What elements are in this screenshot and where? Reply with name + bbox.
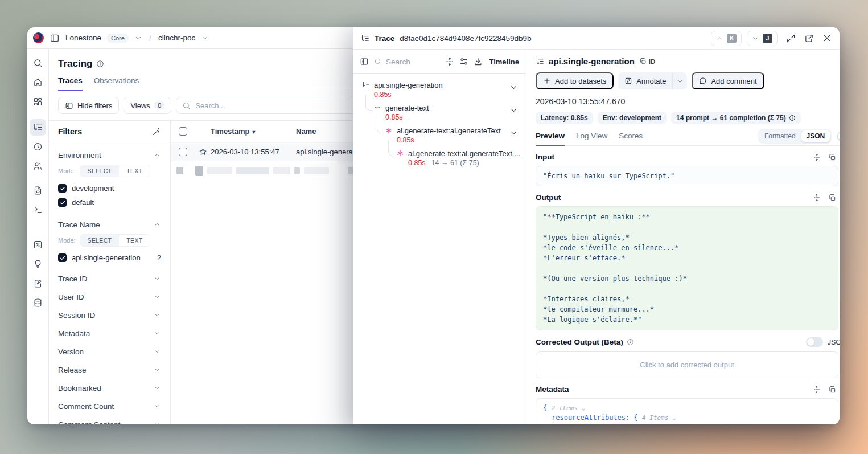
timeline-toggle[interactable]: Timeline: [489, 58, 519, 66]
evaluation-icon[interactable]: [30, 236, 46, 253]
search-icon[interactable]: [30, 55, 46, 71]
page-title: Tracing: [58, 58, 92, 69]
span-move-horizontal-icon: [373, 104, 381, 112]
formatted-option[interactable]: Formatted: [759, 130, 801, 142]
filter-section-session-id[interactable]: Session ID: [58, 306, 161, 324]
sidebar-toggle-icon[interactable]: [50, 33, 60, 43]
tab-scores[interactable]: Scores: [619, 132, 643, 146]
close-icon[interactable]: [822, 34, 832, 43]
checkbox-checked-icon[interactable]: [58, 198, 67, 207]
expand-section-icon[interactable]: [813, 153, 821, 161]
filter-section-trace-name[interactable]: Trace Name: [58, 215, 161, 234]
select-all-checkbox[interactable]: [179, 127, 187, 136]
mode-select-option[interactable]: SELECT: [80, 165, 120, 177]
mode-label: Mode:: [58, 237, 76, 244]
json-option[interactable]: JSON: [801, 130, 831, 142]
node-duration: 0.85s: [408, 158, 426, 168]
download-icon[interactable]: [474, 57, 483, 66]
filter-section-metadata[interactable]: Metadata: [58, 324, 161, 342]
mode-text-option[interactable]: TEXT: [119, 165, 150, 177]
filter-section-release[interactable]: Release: [58, 361, 161, 379]
expand-section-icon[interactable]: [813, 194, 821, 202]
checkbox-checked-icon[interactable]: [58, 184, 67, 193]
chevron-down-icon[interactable]: [509, 106, 518, 114]
corrected-output-placeholder[interactable]: Click to add corrected output: [536, 351, 838, 378]
copy-icon[interactable]: [828, 194, 836, 202]
mode-text-option[interactable]: TEXT: [119, 235, 150, 246]
filter-section-environment[interactable]: Environment: [58, 146, 161, 164]
prompts-icon[interactable]: [30, 182, 46, 199]
unfold-all-icon[interactable]: [445, 57, 454, 66]
tab-observations[interactable]: Observations: [94, 76, 139, 91]
environment-option-default[interactable]: default: [58, 195, 161, 210]
annotation-icon[interactable]: [30, 275, 46, 292]
section-label: Version: [58, 347, 84, 356]
home-icon[interactable]: [30, 74, 46, 91]
annotate-button[interactable]: Annotate: [618, 72, 672, 89]
tree-node-generation-child[interactable]: ai.generate-text:ai.generateText.... 0.8…: [357, 148, 521, 168]
tracing-icon[interactable]: [30, 119, 46, 136]
tree-search[interactable]: [374, 58, 440, 66]
chevron-down-icon[interactable]: [509, 83, 518, 92]
tree-node-trace[interactable]: api.single-generation 0.85s: [357, 80, 521, 100]
column-timestamp[interactable]: Timestamp▼: [211, 127, 296, 136]
filter-section-comment-count[interactable]: Comment Count: [58, 397, 161, 415]
tree-search-input[interactable]: [386, 58, 440, 66]
users-icon[interactable]: [30, 158, 46, 174]
annotate-dropdown-chevron[interactable]: [672, 72, 687, 89]
tab-traces[interactable]: Traces: [58, 76, 83, 91]
tree-settings-icon[interactable]: [459, 57, 468, 66]
node-duration: 0.85s: [397, 136, 414, 145]
output-section-label: Output: [536, 193, 561, 202]
breadcrumb-org[interactable]: Lonestone: [65, 34, 101, 42]
environment-option-development[interactable]: development: [58, 181, 161, 195]
add-comment-button[interactable]: Add comment: [692, 72, 764, 89]
views-label: Views: [130, 101, 150, 110]
expand-icon[interactable]: [786, 34, 796, 43]
environment-badge: Env: development: [598, 112, 667, 124]
row-checkbox[interactable]: [179, 148, 187, 156]
trace-detail-panel: Trace d8fae0d1c784d9408e7fc9228459db9b K…: [353, 27, 840, 424]
hide-filters-button[interactable]: Hide filters: [58, 97, 119, 114]
expand-section-icon[interactable]: [813, 386, 821, 394]
filter-section-trace-id[interactable]: Trace ID: [58, 269, 161, 288]
sessions-icon[interactable]: [30, 138, 46, 155]
checkbox-checked-icon[interactable]: [58, 253, 67, 262]
filter-section-bookmarked[interactable]: Bookmarked: [58, 379, 161, 397]
info-icon: [627, 338, 634, 346]
json-collapse-toggle[interactable]: 2 Items ⌄: [551, 404, 585, 412]
copy-id-button[interactable]: ID: [639, 58, 656, 65]
llm-judge-icon[interactable]: [30, 256, 46, 272]
filter-section-user-id[interactable]: User ID: [58, 288, 161, 306]
next-trace-button[interactable]: J: [747, 31, 778, 46]
bookmark-star-icon[interactable]: [195, 148, 211, 156]
prev-trace-button[interactable]: K: [711, 31, 742, 46]
collapse-tree-pane-icon[interactable]: [360, 57, 369, 66]
breadcrumb-project[interactable]: clinchr-poc: [158, 34, 195, 42]
filter-section-comment-content[interactable]: Comment Content: [58, 415, 161, 424]
tree-node-generation[interactable]: ai.generate-text:ai.generateText 0.85s: [357, 125, 521, 145]
kbd-j: J: [763, 34, 772, 43]
filter-wand-icon[interactable]: [152, 127, 161, 136]
dashboard-icon[interactable]: [30, 93, 46, 110]
copy-icon[interactable]: [828, 153, 836, 161]
open-external-icon[interactable]: [804, 34, 814, 43]
org-chevron-down-icon[interactable]: [134, 34, 142, 42]
chevron-down-icon[interactable]: [509, 129, 518, 137]
corrected-output-json-toggle[interactable]: [806, 337, 823, 347]
token-usage-badge[interactable]: 14 prompt → 61 completion (Σ 75): [671, 112, 801, 124]
tab-log-view[interactable]: Log View: [576, 132, 607, 146]
views-button[interactable]: Views 0: [124, 97, 171, 114]
copy-icon[interactable]: [828, 386, 836, 394]
trace-name-option[interactable]: api.single-generation 2: [58, 251, 161, 265]
mode-select-option[interactable]: SELECT: [80, 235, 120, 246]
project-chevron-down-icon[interactable]: [201, 34, 209, 42]
section-label: Trace ID: [58, 275, 87, 283]
filter-section-version[interactable]: Version: [58, 342, 161, 361]
datasets-icon[interactable]: [30, 295, 46, 311]
json-collapse-toggle[interactable]: 4 Items ⌄: [642, 414, 676, 422]
playground-icon[interactable]: [30, 202, 46, 218]
beta-toggle[interactable]: [837, 132, 840, 141]
add-to-datasets-button[interactable]: Add to datasets: [536, 72, 614, 89]
tab-preview[interactable]: Preview: [536, 132, 565, 146]
